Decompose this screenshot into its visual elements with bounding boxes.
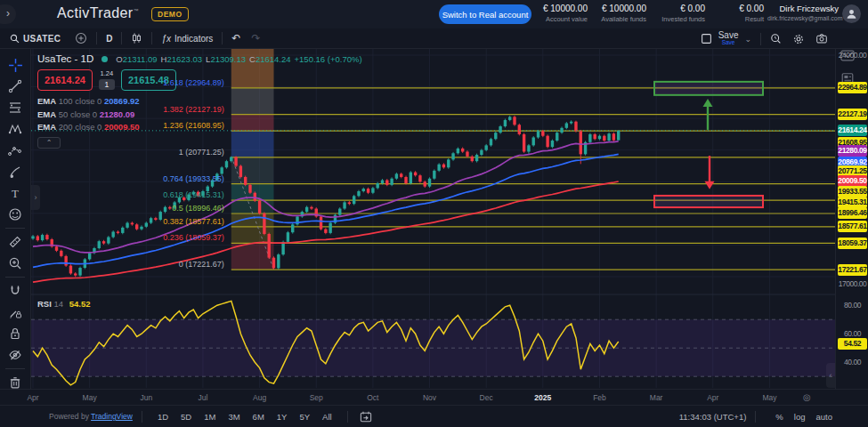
range-button-3m[interactable]: 3M xyxy=(228,412,239,422)
market-open-dot xyxy=(101,56,108,62)
text-icon: T xyxy=(8,186,22,200)
brush-tool[interactable] xyxy=(4,161,27,182)
range-button-1y[interactable]: 1Y xyxy=(277,412,288,422)
trademark-symbol: ™ xyxy=(134,8,139,13)
fib-level-label: 0.764 (19933.55) xyxy=(118,174,224,183)
avatar[interactable] xyxy=(842,4,861,23)
range-button-all[interactable]: All xyxy=(322,412,332,422)
ruler-tool[interactable] xyxy=(4,231,27,253)
rsi-axis-label: 80.00 xyxy=(838,300,867,311)
rsi-legend[interactable]: RSI 14 54.52 xyxy=(37,299,90,309)
settings-gear-button[interactable] xyxy=(790,33,807,45)
add-symbol-button[interactable] xyxy=(72,32,90,44)
emoji-tool[interactable] xyxy=(4,204,27,225)
price-axis-label: 18996.46 xyxy=(838,207,867,219)
svg-text:T: T xyxy=(12,187,19,200)
time-axis-label: Jul xyxy=(199,393,208,402)
range-button-1m[interactable]: 1M xyxy=(204,412,215,422)
powered-by: Powered by TradingView xyxy=(49,412,133,421)
redo-button[interactable]: ↷ xyxy=(248,32,263,44)
time-axis-label: 2025 xyxy=(534,393,551,402)
price-axis-label: 17000.00 xyxy=(838,278,867,290)
time-axis-label: May xyxy=(762,393,776,402)
symbol-search[interactable]: USATEC xyxy=(7,34,63,44)
fib-level-label: 1.236 (21608.95) xyxy=(118,121,224,130)
hide-all-icon xyxy=(8,348,22,362)
user-name: Dirk Friczewsky xyxy=(767,4,839,13)
magnet-tool[interactable] xyxy=(4,280,27,302)
time-axis-label: Jun xyxy=(140,393,152,402)
time-axis-label: Apr xyxy=(27,393,38,402)
switch-to-real-button[interactable]: Switch to Real account xyxy=(439,4,531,24)
axis-mode-log[interactable]: log xyxy=(794,412,806,422)
range-button-5y[interactable]: 5Y xyxy=(299,412,310,422)
indicators-label: Indicators xyxy=(174,34,213,44)
save-button[interactable]: Save Save xyxy=(718,32,739,46)
range-button-1d[interactable]: 1D xyxy=(158,412,168,422)
trend-line-tool[interactable] xyxy=(4,76,27,97)
go-to-date-button[interactable] xyxy=(357,411,375,423)
price-axis-label: 18577.61 xyxy=(838,221,867,232)
time-axis[interactable]: ◎ AprMayJunJulAugSepOctNovDec2025FebMarA… xyxy=(0,389,868,405)
undo-button[interactable]: ↶ xyxy=(229,32,243,44)
magnet-icon xyxy=(8,284,22,298)
sell-price-button[interactable]: 21614.24 xyxy=(37,69,93,91)
fib-level-label: 0.382 (18577.61) xyxy=(118,217,224,226)
price-axis-label: 24000.00 xyxy=(838,50,867,61)
axis-mode-percent[interactable]: % xyxy=(775,412,783,422)
time-axis-label: Feb xyxy=(593,393,606,402)
range-button-5d[interactable]: 5D xyxy=(181,412,191,422)
clock[interactable]: 11:34:03 (UTC+1) xyxy=(679,412,747,422)
brush-icon xyxy=(8,165,22,179)
time-axis-label: Aug xyxy=(253,393,266,402)
save-menu-chevron[interactable]: ⌄ xyxy=(742,35,754,44)
candlestick-icon xyxy=(131,32,142,44)
quick-search-button[interactable] xyxy=(767,33,784,44)
symbol-title[interactable]: UsaTec - 1D xyxy=(37,53,93,64)
lock-all-tool[interactable] xyxy=(4,323,27,344)
trend-line-icon xyxy=(8,79,22,93)
top-bar: › ActivTrader™ DEMO Switch to Real accou… xyxy=(0,0,868,28)
xabcd-pattern-tool[interactable] xyxy=(4,118,27,140)
price-axis-label: 18059.37 xyxy=(838,238,867,249)
drawing-lock-tool[interactable] xyxy=(4,302,27,323)
rsi-axis-label: 54.52 xyxy=(838,338,867,350)
app-logo: ActivTrader™ xyxy=(57,5,139,21)
fib-level-label: 1.618 (22964.89) xyxy=(118,78,224,87)
text-tool[interactable]: T xyxy=(4,182,27,204)
indicators-button[interactable]: ƒx Indicators xyxy=(158,34,215,44)
symbol-name: USATEC xyxy=(23,34,61,44)
user-info[interactable]: Dirk Friczewsky dirk.friczewsky@gmail.co… xyxy=(767,4,839,21)
price-axis-label: 21280.09 xyxy=(838,145,867,157)
price-axis-label: 21614.24 xyxy=(838,125,867,136)
spread-widget: 1.24 1 xyxy=(95,69,118,90)
fib-retracement-tool[interactable] xyxy=(4,97,27,118)
price-axis-label: 22964.89 xyxy=(838,82,867,93)
interval-button[interactable]: D xyxy=(103,34,115,44)
collapse-indicators-button[interactable]: ⌃ xyxy=(37,137,61,149)
layout-button[interactable] xyxy=(698,33,715,44)
time-axis-label: Nov xyxy=(423,393,436,402)
hide-all-tool[interactable] xyxy=(4,344,27,366)
collapse-sidepanel-button[interactable]: › xyxy=(0,4,16,24)
time-axis-label: Sep xyxy=(310,393,323,402)
time-axis-label: Apr xyxy=(707,393,718,402)
lock-all-icon xyxy=(8,326,22,341)
axis-mode-auto[interactable]: auto xyxy=(816,412,833,422)
account-stats: € 10000.00Account value€ 10000.00Availab… xyxy=(541,4,776,23)
forecast-tool[interactable] xyxy=(4,140,27,161)
zoom-in-tool[interactable] xyxy=(4,253,27,274)
account-stat: € 10000.00Available funds xyxy=(600,4,646,23)
chart-style-button[interactable] xyxy=(128,32,145,44)
account-stat: € 10000.00Account value xyxy=(541,4,588,23)
time-axis-settings-icon[interactable]: ◎ xyxy=(803,392,811,402)
tradingview-link[interactable]: TradingView xyxy=(91,412,133,421)
chart-legend: UsaTec - 1D O21311.09H21623.03L21309.13C… xyxy=(37,53,362,149)
drawing-toolbar: T xyxy=(0,49,31,405)
snapshot-camera-button[interactable] xyxy=(813,33,831,44)
activtrader-app: › ActivTrader™ DEMO Switch to Real accou… xyxy=(0,0,868,427)
range-button-6m[interactable]: 6M xyxy=(253,412,264,422)
chevron-down-icon: ⌄ xyxy=(744,35,751,44)
fib-level-label: 0.236 (18059.37) xyxy=(118,233,224,242)
crosshair-tool[interactable] xyxy=(4,54,27,76)
